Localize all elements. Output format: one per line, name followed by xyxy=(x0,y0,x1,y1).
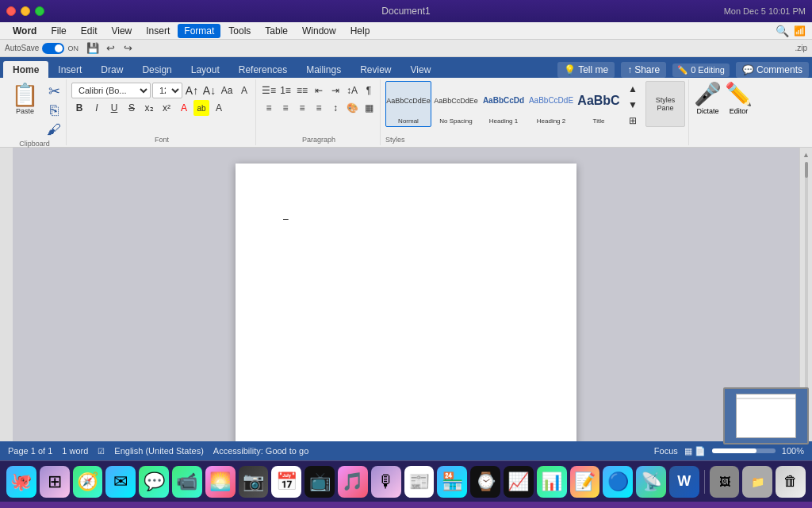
editing-badge[interactable]: ✏️ 0 Editing xyxy=(672,64,730,77)
menu-word[interactable]: Word xyxy=(6,24,43,38)
align-right-button[interactable]: ≡ xyxy=(294,100,310,116)
menu-tools[interactable]: Tools xyxy=(222,24,257,38)
decrease-font-button[interactable]: A↓ xyxy=(201,83,217,98)
line-spacing-button[interactable]: ↕ xyxy=(327,100,343,116)
dock-appletv[interactable]: 📺 xyxy=(304,466,335,498)
dock-watchapp[interactable]: ⌚ xyxy=(470,466,500,498)
dock-messages[interactable]: 💬 xyxy=(139,466,169,498)
style-no-spacing[interactable]: AaBbCcDdEe No Spacing xyxy=(433,81,479,127)
tab-insert[interactable]: Insert xyxy=(48,61,91,78)
font-size-select[interactable]: 12 xyxy=(152,83,182,98)
dock-podcasts[interactable]: 🎙 xyxy=(371,466,401,498)
style-heading1[interactable]: AaBbCcDd Heading 1 xyxy=(481,81,527,127)
dock-safari[interactable]: 🧭 xyxy=(73,466,103,498)
dock-pages[interactable]: 📝 xyxy=(570,466,600,498)
menu-edit[interactable]: Edit xyxy=(75,24,104,38)
subscript-button[interactable]: x₂ xyxy=(141,100,157,116)
borders-button[interactable]: ▦ xyxy=(361,100,377,116)
dock-calendar[interactable]: 📅 xyxy=(271,466,301,498)
menu-table[interactable]: Table xyxy=(259,24,294,38)
share-button[interactable]: ↑ Share xyxy=(621,62,666,78)
close-button[interactable] xyxy=(6,6,16,16)
menu-help[interactable]: Help xyxy=(344,24,377,38)
focus-button[interactable]: Focus xyxy=(654,446,678,456)
menu-format[interactable]: Format xyxy=(178,24,220,38)
dock-stocks[interactable]: 📈 xyxy=(504,466,534,498)
tell-me-button[interactable]: 💡 Tell me xyxy=(557,62,615,78)
tab-review[interactable]: Review xyxy=(350,61,400,78)
styles-scroll-down[interactable]: ▼ xyxy=(625,97,641,113)
cut-button[interactable]: ✂ xyxy=(45,83,63,100)
tab-mailings[interactable]: Mailings xyxy=(297,61,350,78)
document-page[interactable]: – xyxy=(236,164,576,441)
style-normal[interactable]: AaBbCcDdEe Normal xyxy=(385,81,431,127)
highlight-button[interactable]: ab xyxy=(193,100,209,116)
shading-button[interactable]: A xyxy=(211,100,227,116)
clear-format-button[interactable]: A xyxy=(236,83,252,98)
tab-layout[interactable]: Layout xyxy=(182,61,229,78)
dictate-button[interactable]: 🎤 Dictate xyxy=(694,81,722,115)
paste-button[interactable]: 📋 Paste xyxy=(6,83,44,117)
tab-design[interactable]: Design xyxy=(132,61,181,78)
tab-home[interactable]: Home xyxy=(3,61,48,78)
styles-scroll-up[interactable]: ▲ xyxy=(625,81,641,97)
increase-indent-button[interactable]: ⇥ xyxy=(327,83,343,98)
tab-draw[interactable]: Draw xyxy=(91,61,132,78)
zoom-bar[interactable] xyxy=(712,448,776,453)
dock-trash[interactable]: 🗑 xyxy=(776,466,806,498)
editor-button[interactable]: ✏️ Editor xyxy=(725,81,753,115)
styles-expand[interactable]: ⊞ xyxy=(625,113,641,129)
underline-button[interactable]: U xyxy=(106,100,122,116)
align-left-button[interactable]: ≡ xyxy=(261,100,277,116)
show-marks-button[interactable]: ¶ xyxy=(361,83,377,98)
dock-finder2[interactable]: 📁 xyxy=(742,466,772,498)
justify-button[interactable]: ≡ xyxy=(311,100,327,116)
tab-references[interactable]: References xyxy=(229,61,297,78)
dock-testflight[interactable]: 🔵 xyxy=(603,466,633,498)
format-painter-button[interactable]: 🖌 xyxy=(45,121,63,138)
save-icon[interactable]: 💾 xyxy=(85,40,101,56)
menu-file[interactable]: File xyxy=(44,24,72,38)
numbering-button[interactable]: 1≡ xyxy=(278,83,293,98)
font-color-button[interactable]: A xyxy=(176,100,192,116)
menu-insert[interactable]: Insert xyxy=(140,24,176,38)
styles-pane-button[interactable]: Styles Pane xyxy=(645,81,685,127)
sidebar-scroll-up[interactable]: ▲ xyxy=(802,151,810,159)
undo-button[interactable]: ↩ xyxy=(103,40,119,56)
dock-thumbnail[interactable]: 🖼 xyxy=(710,466,740,498)
bold-button[interactable]: B xyxy=(71,100,87,116)
style-title[interactable]: AaBbC Title xyxy=(576,81,622,127)
dock-launchpad[interactable]: ⊞ xyxy=(40,466,70,498)
align-center-button[interactable]: ≡ xyxy=(278,100,293,116)
dock-facetime[interactable]: 📹 xyxy=(172,466,202,498)
increase-font-button[interactable]: A↑ xyxy=(184,83,200,98)
menu-view[interactable]: View xyxy=(105,24,138,38)
bullets-button[interactable]: ☰≡ xyxy=(261,83,277,98)
shading-para-button[interactable]: 🎨 xyxy=(344,100,360,116)
dock-camera[interactable]: 📷 xyxy=(239,466,269,498)
style-heading2[interactable]: AaBbCcDdE Heading 2 xyxy=(528,81,574,127)
dock-news[interactable]: 📰 xyxy=(404,466,435,498)
decrease-indent-button[interactable]: ⇤ xyxy=(311,83,327,98)
italic-button[interactable]: I xyxy=(89,100,105,116)
superscript-button[interactable]: x² xyxy=(159,100,174,116)
scroll-thumb[interactable] xyxy=(805,162,808,178)
dock-photos[interactable]: 🌅 xyxy=(205,466,236,498)
document-area[interactable]: – xyxy=(13,148,799,441)
multilevel-list-button[interactable]: ≡≡ xyxy=(294,83,310,98)
search-icon[interactable]: 🔍 xyxy=(776,25,789,37)
redo-button[interactable]: ↪ xyxy=(121,40,136,56)
autosave-toggle[interactable] xyxy=(42,43,64,54)
dock-music[interactable]: 🎵 xyxy=(338,466,368,498)
comments-button[interactable]: 💬 Comments xyxy=(736,62,809,78)
dock-numbers[interactable]: 📊 xyxy=(537,466,567,498)
copy-button[interactable]: ⎘ xyxy=(45,102,63,119)
change-case-button[interactable]: Aa xyxy=(219,83,235,98)
minimize-button[interactable] xyxy=(21,6,30,16)
dock-finder[interactable]: 🐙 xyxy=(6,466,36,498)
dock-appstore[interactable]: 🏪 xyxy=(437,466,467,498)
tab-view[interactable]: View xyxy=(401,61,441,78)
dock-mail[interactable]: ✉ xyxy=(105,466,136,498)
dock-word[interactable]: W xyxy=(669,466,699,498)
dock-airdrop[interactable]: 📡 xyxy=(636,466,666,498)
